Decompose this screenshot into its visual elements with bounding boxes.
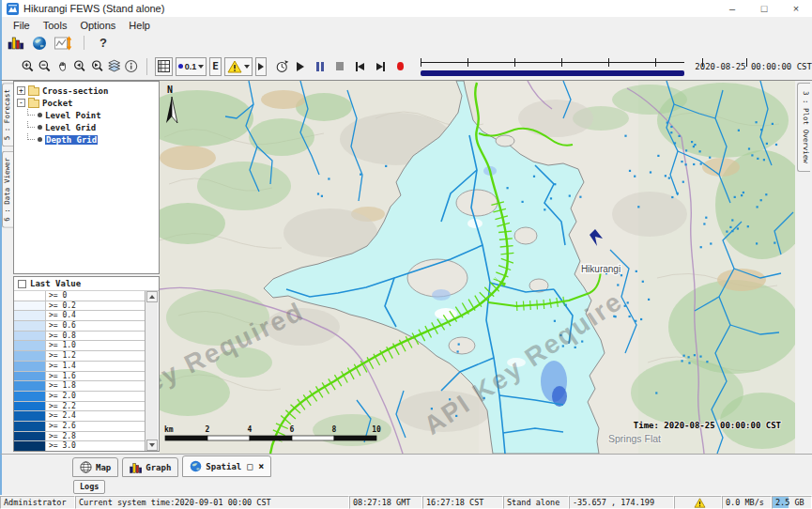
legend-row[interactable]: >= 2.0 [14, 392, 145, 402]
time-tick [746, 58, 747, 67]
minimize-button[interactable]: – [716, 0, 748, 17]
timeseries-display-icon[interactable] [54, 36, 72, 51]
tab-close-icon[interactable]: × [258, 461, 264, 471]
help-button[interactable]: ? [96, 36, 111, 50]
legend-toggle-button[interactable]: E [209, 57, 222, 76]
legend-row[interactable]: >= 1.4 [14, 362, 145, 372]
info-icon[interactable] [124, 57, 138, 75]
legend-row[interactable]: >= 1.8 [14, 381, 145, 392]
tab-map[interactable]: Map [72, 457, 118, 477]
expand-icon[interactable]: + [17, 86, 25, 95]
tree-item-level-grid[interactable]: Level Grid [14, 121, 159, 133]
bullet-icon [38, 113, 42, 117]
legend-row[interactable]: >= 1.0 [14, 341, 145, 351]
tree-item-label-selected[interactable]: Depth Grid [45, 135, 98, 145]
legend-row[interactable]: >= 1.2 [14, 351, 145, 362]
legend-row[interactable]: >= 0.8 [14, 332, 145, 342]
pause-button[interactable] [316, 62, 324, 71]
tab-spatial[interactable]: Spatial □ × [182, 455, 271, 477]
legend-title: Last Value [30, 279, 81, 288]
tab-graph[interactable]: Graph [122, 457, 178, 477]
time-tick [655, 58, 656, 67]
legend-row[interactable]: >= 2.8 [14, 432, 145, 442]
status-warning-cell[interactable] [674, 496, 722, 509]
scale-tick: 8 [332, 425, 337, 434]
database-display-icon[interactable] [8, 35, 24, 51]
thresholds-warning-dropdown[interactable] [224, 57, 253, 76]
zoom-previous-icon[interactable] [72, 57, 86, 75]
scroll-up-button[interactable] [146, 291, 158, 302]
map-display-icon[interactable] [32, 36, 47, 51]
zoom-next-icon[interactable] [90, 57, 104, 75]
tab-data-viewer[interactable]: 6 : Data Viewer [2, 151, 13, 228]
status-gmt-time: 08:27:18 GMT [349, 496, 422, 509]
map-view[interactable]: Hikurangi Springs Flat ey Required API K… [160, 81, 795, 454]
status-user: Administrator [0, 496, 75, 509]
legend-row[interactable]: >= 0.4 [14, 311, 145, 321]
legend-swatch [14, 362, 46, 371]
legend-label: >= 0.4 [46, 311, 145, 320]
stop-button[interactable] [336, 62, 343, 70]
tree-item-pocket[interactable]: - Pocket [14, 97, 159, 109]
time-slider[interactable] [419, 54, 687, 79]
tree-connector [27, 121, 35, 128]
tree-item-label[interactable]: Level Point [45, 111, 101, 120]
legend-label: >= 0.2 [46, 301, 145, 311]
legend-row[interactable]: >= 0.2 [14, 301, 145, 312]
scale-tick: 6 [290, 425, 295, 434]
layers-icon[interactable] [107, 57, 121, 75]
grid-display-button[interactable] [155, 57, 173, 76]
last-value-checkbox[interactable] [18, 280, 26, 288]
legend-row[interactable]: >= 2.2 [14, 402, 145, 412]
zoom-in-icon[interactable] [21, 57, 35, 75]
legend-swatch [14, 351, 46, 361]
tree-item-depth-grid[interactable]: Depth Grid [14, 133, 159, 146]
menu-options[interactable]: Options [74, 19, 121, 32]
set-time-clock-icon[interactable] [275, 57, 289, 75]
tab-map-label: Map [96, 463, 111, 472]
tree-item-label[interactable]: Cross-section [42, 86, 108, 96]
legend-label: >= 1.2 [46, 351, 145, 361]
animation-panel-button[interactable] [255, 57, 267, 76]
legend-row[interactable]: >= 2.4 [14, 411, 145, 422]
menu-help[interactable]: Help [123, 19, 156, 32]
town-label: Hikurangi [581, 264, 620, 274]
legend-scrollbar[interactable] [145, 291, 158, 451]
skip-left-icon [358, 63, 364, 70]
record-button[interactable] [397, 62, 404, 70]
legend-label: >= 1.4 [46, 362, 145, 371]
collapse-icon[interactable]: - [17, 99, 25, 107]
menu-tools[interactable]: Tools [38, 19, 73, 32]
skip-to-end-button[interactable] [376, 62, 385, 71]
tree-item-level-point[interactable]: Level Point [14, 109, 159, 121]
pan-hand-icon[interactable] [55, 57, 69, 75]
legend-row[interactable]: >= 1.6 [14, 372, 145, 382]
menu-file[interactable]: File [8, 19, 36, 32]
scroll-down-button[interactable] [146, 440, 158, 451]
legend-row[interactable]: >= 0.6 [14, 321, 145, 332]
time-tick [514, 58, 515, 67]
play-button[interactable] [297, 62, 304, 71]
title-bar: Hikurangi FEWS (Stand alone) – □ × [0, 0, 812, 17]
classbreak-threshold-dropdown[interactable]: 0.1 [176, 57, 207, 76]
north-label: N [167, 85, 173, 95]
legend-row[interactable]: >= 3.0 [14, 441, 145, 451]
zoom-out-icon[interactable] [38, 57, 52, 75]
maximize-button[interactable]: □ [748, 0, 780, 17]
chevron-down-icon [198, 65, 204, 69]
legend-row[interactable]: >= 0 [14, 291, 145, 301]
tab-plot-overview[interactable]: 3 : Plot Overview [797, 83, 810, 172]
skip-right-icon [376, 63, 383, 70]
tree-item-cross-section[interactable]: + Cross-section [14, 85, 159, 97]
warning-icon [694, 498, 706, 508]
time-slider-range-bar[interactable] [421, 70, 685, 76]
legend-row[interactable]: >= 2.6 [14, 422, 145, 432]
logs-button[interactable]: Logs [73, 480, 105, 494]
tree-item-label[interactable]: Pocket [42, 99, 73, 108]
map-canvas[interactable]: Hikurangi Springs Flat ey Required API K… [160, 81, 795, 454]
close-button[interactable]: × [780, 0, 812, 17]
tree-item-label[interactable]: Level Grid [45, 123, 96, 132]
tab-forecast[interactable]: 5 : Forecast [2, 83, 13, 147]
skip-to-start-button[interactable] [356, 62, 364, 71]
tab-maximize-icon[interactable]: □ [247, 461, 253, 471]
